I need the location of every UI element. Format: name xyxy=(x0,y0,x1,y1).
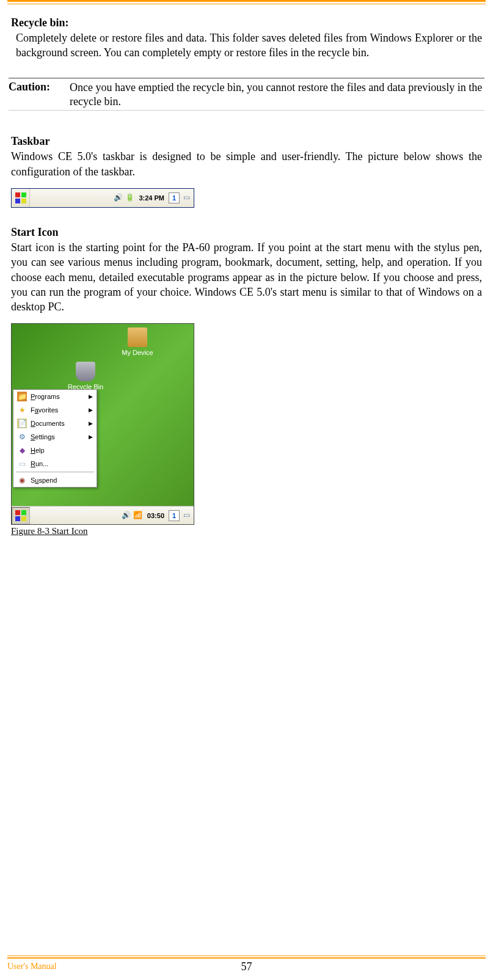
taskbar-text: Windows CE 5.0's taskbar is designed to … xyxy=(11,149,482,179)
starticon-text: Start icon is the starting point for the… xyxy=(11,240,482,314)
menu-favorites[interactable]: ★ Favorites ▶ xyxy=(13,403,97,417)
menu-documents-label: Documents xyxy=(31,420,65,427)
volume-icon[interactable]: 🔊 xyxy=(113,193,123,203)
suspend-icon: ◉ xyxy=(17,475,27,485)
menu-programs-label: Programs xyxy=(31,393,60,400)
startmenu-taskbar: 🔊 📶 03:50 1 ▭ xyxy=(12,506,194,524)
volume-icon[interactable]: 🔊 xyxy=(122,511,131,521)
menu-settings-label: Settings xyxy=(31,433,55,441)
input-indicator[interactable]: 1 xyxy=(169,192,180,203)
menu-help-label: Help xyxy=(31,447,45,454)
windows-flag-icon xyxy=(15,192,26,203)
chevron-right-icon: ▶ xyxy=(89,393,93,400)
help-icon: ◆ xyxy=(17,445,27,455)
taskbar-section: Taskbar Windows CE 5.0's taskbar is desi… xyxy=(7,135,486,208)
settings-icon: ⚙ xyxy=(17,432,27,442)
menu-divider xyxy=(16,472,94,472)
recycle-bin-heading: Recycle bin: xyxy=(11,16,482,29)
start-button-pressed[interactable] xyxy=(12,507,30,524)
chevron-right-icon: ▶ xyxy=(89,420,93,426)
windows-flag-icon xyxy=(15,510,26,521)
footer-line xyxy=(7,956,486,959)
menu-suspend[interactable]: ◉ Suspend xyxy=(13,474,97,487)
starticon-section: Start Icon Start icon is the starting po… xyxy=(7,226,486,536)
footer-label: User's Manual xyxy=(7,962,57,971)
recycle-bin-text: Completely delete or restore files and d… xyxy=(11,31,482,60)
mydevice-icon xyxy=(128,327,147,347)
clock[interactable]: 03:50 xyxy=(145,512,167,519)
chevron-right-icon: ▶ xyxy=(89,407,93,413)
start-button[interactable] xyxy=(12,189,30,207)
clock[interactable]: 3:24 PM xyxy=(136,194,167,202)
desktop-icon-mydevice[interactable]: My Device xyxy=(115,327,159,356)
chevron-right-icon: ▶ xyxy=(89,434,93,440)
figure-caption: Figure 8-3 Start Icon xyxy=(11,526,482,536)
network-icon[interactable]: 📶 xyxy=(133,511,143,521)
battery-icon[interactable]: 🔋 xyxy=(125,193,134,203)
desktop-icon[interactable]: ▭ xyxy=(181,193,191,203)
recycle-bin-section: Recycle bin: Completely delete or restor… xyxy=(7,16,486,60)
desktop-icon-recyclebin[interactable]: Recycle Bin xyxy=(64,362,108,390)
caution-label: Caution: xyxy=(9,81,70,109)
top-border xyxy=(7,0,486,4)
run-icon: ▭ xyxy=(17,459,27,469)
system-tray: 🔊 📶 03:50 1 ▭ xyxy=(122,510,194,521)
menu-help[interactable]: ◆ Help xyxy=(13,444,97,457)
desktop-area: My Device Recycle Bin 📁 Programs ▶ ★ Fav… xyxy=(12,324,194,506)
documents-icon: 📄 xyxy=(17,419,27,428)
menu-documents[interactable]: 📄 Documents ▶ xyxy=(13,417,97,430)
caution-row: Caution: Once you have emptied the recyc… xyxy=(9,79,484,111)
mydevice-label: My Device xyxy=(122,349,153,356)
menu-programs[interactable]: 📁 Programs ▶ xyxy=(13,390,97,403)
menu-favorites-label: Favorites xyxy=(31,406,58,414)
footer: User's Manual 57 xyxy=(7,956,486,971)
favorites-icon: ★ xyxy=(17,405,27,415)
system-tray: 🔊 🔋 3:24 PM 1 ▭ xyxy=(113,192,194,203)
desktop-icon[interactable]: ▭ xyxy=(181,511,191,521)
taskbar-image: 🔊 🔋 3:24 PM 1 ▭ xyxy=(11,188,194,208)
menu-run[interactable]: ▭ Run... xyxy=(13,457,97,470)
menu-run-label: Run... xyxy=(31,460,48,467)
menu-settings[interactable]: ⚙ Settings ▶ xyxy=(13,430,97,444)
start-menu-popup: 📁 Programs ▶ ★ Favorites ▶ 📄 Documents ▶… xyxy=(13,389,97,488)
taskbar-heading: Taskbar xyxy=(11,135,482,148)
starticon-heading: Start Icon xyxy=(11,226,482,239)
page-number: 57 xyxy=(241,960,252,973)
caution-text: Once you have emptied the recycle bin, y… xyxy=(70,81,484,109)
footer-row: User's Manual 57 xyxy=(7,962,486,971)
caution-box: Caution: Once you have emptied the recyc… xyxy=(9,78,484,111)
input-indicator[interactable]: 1 xyxy=(169,510,180,521)
programs-icon: 📁 xyxy=(17,392,27,401)
menu-suspend-label: Suspend xyxy=(31,477,57,484)
startmenu-screenshot: My Device Recycle Bin 📁 Programs ▶ ★ Fav… xyxy=(11,323,194,525)
caution-top-line xyxy=(9,78,484,79)
recyclebin-icon xyxy=(76,362,95,381)
